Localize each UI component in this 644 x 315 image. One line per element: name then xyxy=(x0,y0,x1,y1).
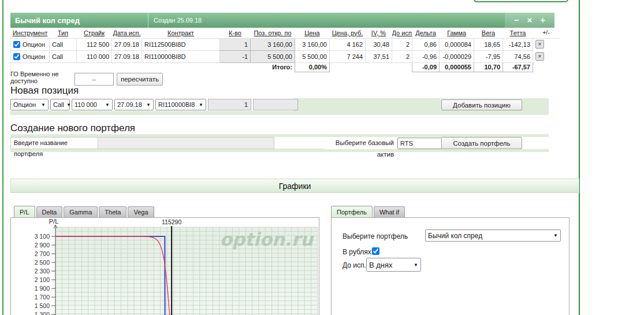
totals-gamma: 0,000055 xyxy=(440,62,474,72)
tab-theta[interactable]: Theta xyxy=(99,206,126,218)
col-type[interactable]: Тип xyxy=(50,28,77,38)
delete-row-icon[interactable]: × xyxy=(535,40,544,49)
price: 3 160,00 xyxy=(295,38,330,50)
portfolio-name-label: Введите название портфеля xyxy=(10,137,98,149)
y-tick-label: 1 300 xyxy=(35,311,50,315)
tab-gamma[interactable]: Gamma xyxy=(64,206,98,218)
watermark-text: option.ru xyxy=(220,229,314,250)
portfolio-created-date: Создан 25.09.18 xyxy=(148,17,505,24)
create-portfolio-button[interactable]: Создать портфель xyxy=(441,137,522,149)
portfolio-select[interactable]: Бычий кол спред▼ xyxy=(425,229,561,242)
price-marker-label: 115290 xyxy=(162,218,181,225)
delete-row-icon[interactable]: × xyxy=(535,52,544,61)
y-tick-label: 2 700 xyxy=(35,250,50,257)
totals-row: Итого: 0,00% -0,09 0,000055 10,70 -67,57 xyxy=(11,62,560,72)
col-gamma[interactable]: Гамма xyxy=(440,28,474,38)
left-frame-line xyxy=(2,0,3,315)
portfolio-title: Бычий кол спред xyxy=(10,16,148,25)
go-value-input[interactable] xyxy=(75,73,114,86)
recalculate-button[interactable]: пересчитать xyxy=(117,73,163,86)
days-left: 2 xyxy=(392,38,412,50)
base-asset-label: Выберите базовый актив xyxy=(323,137,397,149)
instrument: Опцион xyxy=(23,53,45,60)
position-row: Опцион Call 112 500 27.09.18 RI112500BI8… xyxy=(11,38,560,50)
y-tick-label: 3 100 xyxy=(35,233,50,240)
col-price[interactable]: Цена xyxy=(295,28,330,38)
days-left: 2 xyxy=(392,50,412,62)
col-delta[interactable]: Дельта xyxy=(412,28,440,38)
minimize-icon[interactable]: − xyxy=(514,13,519,28)
col-contract[interactable]: Контракт xyxy=(142,28,220,38)
tab-what-if[interactable]: What if xyxy=(374,206,405,218)
instrument: Опцион xyxy=(23,41,45,48)
tab-delta[interactable]: Delta xyxy=(36,206,63,218)
rubles-checkbox[interactable] xyxy=(372,247,379,255)
chevron-down-icon: ▼ xyxy=(66,102,71,108)
col-theta[interactable]: Тетта xyxy=(503,28,533,38)
price-rub: 7 244 xyxy=(330,50,366,62)
tab-portfolio[interactable]: Портфель xyxy=(331,206,373,218)
type: Call xyxy=(50,50,77,62)
col-strike[interactable]: Страйк xyxy=(77,28,112,38)
type: Call xyxy=(50,38,77,50)
option-type-select[interactable]: Call▼ xyxy=(50,99,70,110)
chevron-down-icon: ▼ xyxy=(414,262,418,268)
theta: -142,13 xyxy=(503,38,533,50)
days-select[interactable]: В днях▼ xyxy=(366,258,421,272)
new-position-title: Новая позиция xyxy=(10,85,79,97)
header-actions: − × + xyxy=(505,13,554,28)
gamma: 0,000084 xyxy=(440,38,474,50)
pl-chart: option.ruP/L3 1002 9002 7002 5002 3002 1… xyxy=(11,218,319,315)
contract: RI110000BI8D xyxy=(142,50,220,62)
chevron-down-icon: ▼ xyxy=(199,102,203,108)
select-portfolio-label: Выберите портфель xyxy=(343,232,408,240)
col-iv[interactable]: IV, % xyxy=(366,28,392,38)
contract: RI112500BI8D xyxy=(142,38,220,50)
row-checkbox[interactable] xyxy=(13,53,20,60)
col-exp-date[interactable]: Дата исп. xyxy=(112,28,142,38)
col-instrument[interactable]: Инструмент xyxy=(11,28,50,38)
contract-select[interactable]: RI110000BI8▼ xyxy=(155,99,206,110)
y-tick-label: 1 900 xyxy=(35,285,50,292)
extra-input[interactable] xyxy=(253,99,298,110)
col-qty[interactable]: К-во xyxy=(220,28,251,38)
instrument-select[interactable]: Опцион▼ xyxy=(10,99,49,110)
add-icon[interactable]: + xyxy=(540,13,545,28)
cut-off-top-button[interactable] xyxy=(474,0,568,2)
chart-tabs: P/L Delta Gamma Theta Vega xyxy=(14,206,155,218)
exp-date-select[interactable]: 27.09.18▼ xyxy=(114,99,154,110)
base-asset-select[interactable]: RTS▼ xyxy=(397,138,448,149)
page: Бычий кол спред Создан 25.09.18 − × + Ин… xyxy=(0,0,644,315)
portfolio-name-input[interactable] xyxy=(98,137,274,149)
strike-select[interactable]: 110 000▼ xyxy=(72,99,113,110)
green-strip xyxy=(10,111,549,115)
strike: 110 000 xyxy=(77,50,112,62)
col-vega[interactable]: Вега xyxy=(474,28,503,38)
delta: 0,86 xyxy=(412,38,440,50)
days-label: До исп.: xyxy=(343,261,368,269)
row-checkbox[interactable] xyxy=(13,41,20,48)
rubles-label: В рублях: xyxy=(343,248,373,256)
tab-vega[interactable]: Vega xyxy=(128,206,154,218)
chevron-down-icon: ▼ xyxy=(553,233,558,238)
open-pos[interactable]: 3 160,00 xyxy=(251,38,295,50)
col-price-rub[interactable]: Цена, руб. xyxy=(330,28,366,38)
qty-input[interactable]: 1 xyxy=(208,99,251,110)
open-pos[interactable]: 5 500,00 xyxy=(251,50,295,62)
new-position-row: Опцион▼ Call▼ 110 000▼ 27.09.18▼ RI11000… xyxy=(10,98,300,111)
exp-date: 27.09.18 xyxy=(112,38,142,50)
exp-date: 27.09.18 xyxy=(112,50,142,62)
tab-pl[interactable]: P/L xyxy=(14,206,35,218)
qty[interactable]: 1 xyxy=(220,38,251,50)
add-position-button[interactable]: Добавить позицию xyxy=(441,99,522,110)
col-days[interactable]: До исп. xyxy=(392,28,412,38)
qty[interactable]: -1 xyxy=(220,50,251,62)
create-portfolio-row: Введите название портфеля Выберите базов… xyxy=(10,137,450,149)
create-portfolio-title: Создание нового портфеля xyxy=(10,123,135,134)
close-icon[interactable]: × xyxy=(527,13,532,28)
col-open-pos[interactable]: Поз. откр. по xyxy=(251,28,295,38)
price: 5 500,00 xyxy=(295,50,330,62)
table-header-row: Инструмент Тип Страйк Дата исп. Контракт… xyxy=(11,28,560,38)
y-tick-label: 1 700 xyxy=(35,294,50,301)
chevron-down-icon: ▼ xyxy=(146,102,151,108)
